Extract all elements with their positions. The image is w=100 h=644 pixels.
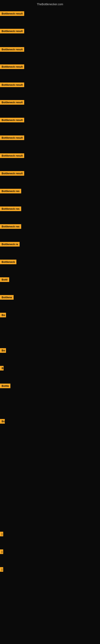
bottleneck-label-18: Bo (0, 313, 6, 317)
bottleneck-label-15: Bottleneck (0, 260, 16, 264)
bottleneck-label-14: Bottleneck re (0, 242, 20, 246)
bottleneck-label-8: Bottleneck result (0, 136, 24, 140)
site-title: TheBottlenecker.com (0, 1, 100, 8)
bottleneck-label-21: Bottle (0, 384, 10, 388)
bottleneck-label-11: Bottleneck res (0, 189, 21, 194)
bottleneck-label-19: Bo (0, 348, 6, 353)
bottleneck-label-17: Bottlene (0, 295, 14, 300)
bottleneck-label-20: B (0, 366, 3, 370)
bottleneck-label-5: Bottleneck result (0, 82, 24, 87)
bottleneck-label-10: Bottleneck result (0, 171, 24, 176)
bottleneck-label-13: Bottleneck res (0, 224, 21, 229)
bottleneck-label-12: Bottleneck res (0, 206, 21, 211)
bottleneck-label-25: | (0, 567, 3, 572)
bottleneck-label-4: Bottleneck result (0, 64, 24, 69)
bottleneck-label-24: | (0, 550, 3, 554)
bottleneck-label-7: Bottleneck result (0, 118, 24, 122)
bottleneck-label-2: Bottleneck result (0, 29, 24, 34)
bottleneck-label-22: Bc (0, 419, 5, 424)
bottleneck-label-16: Bottl (0, 277, 9, 282)
bottleneck-label-1: Bottleneck result (0, 11, 24, 16)
bottleneck-label-9: Bottleneck result (0, 153, 24, 158)
bottleneck-label-3: Bottleneck result (0, 47, 24, 52)
bottleneck-label-23: | (0, 532, 3, 536)
bottleneck-label-6: Bottleneck result (0, 100, 24, 105)
